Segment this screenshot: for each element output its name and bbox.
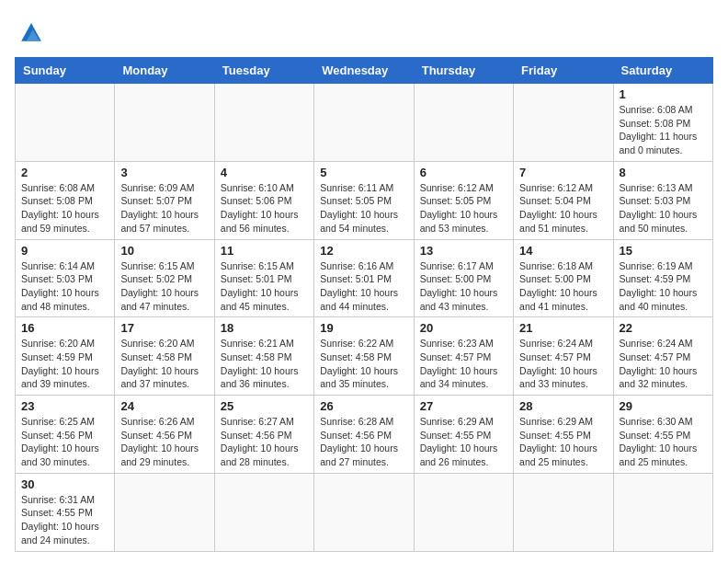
day-info: Sunrise: 6:21 AM Sunset: 4:58 PM Dayligh… <box>221 337 308 391</box>
day-number: 12 <box>320 244 407 258</box>
weekday-header-saturday: Saturday <box>613 58 712 84</box>
day-number: 17 <box>120 321 208 335</box>
day-info: Sunrise: 6:17 AM Sunset: 5:00 PM Dayligh… <box>420 259 507 314</box>
day-cell: 8Sunrise: 6:13 AM Sunset: 5:03 PM Daylig… <box>613 161 712 239</box>
day-cell: 25Sunrise: 6:27 AM Sunset: 4:56 PM Dayli… <box>214 396 313 474</box>
day-info: Sunrise: 6:12 AM Sunset: 5:04 PM Dayligh… <box>519 181 607 236</box>
day-cell: 12Sunrise: 6:16 AM Sunset: 5:01 PM Dayli… <box>314 239 414 317</box>
weekday-header-row: SundayMondayTuesdayWednesdayThursdayFrid… <box>16 58 713 84</box>
day-number: 29 <box>620 399 707 413</box>
day-cell: 22Sunrise: 6:24 AM Sunset: 4:57 PM Dayli… <box>613 317 712 396</box>
day-cell: 28Sunrise: 6:29 AM Sunset: 4:55 PM Dayli… <box>514 396 613 474</box>
day-number: 7 <box>519 166 607 179</box>
day-cell <box>613 473 712 551</box>
day-number: 23 <box>21 399 108 413</box>
page-header <box>15 15 713 48</box>
weekday-header-thursday: Thursday <box>414 58 513 84</box>
day-number: 20 <box>420 321 507 335</box>
day-cell: 30Sunrise: 6:31 AM Sunset: 4:55 PM Dayli… <box>16 473 115 551</box>
day-cell <box>414 84 513 162</box>
day-info: Sunrise: 6:11 AM Sunset: 5:05 PM Dayligh… <box>320 181 407 236</box>
day-number: 19 <box>320 321 407 335</box>
day-info: Sunrise: 6:20 AM Sunset: 4:59 PM Dayligh… <box>21 337 108 391</box>
day-number: 9 <box>21 244 108 258</box>
day-info: Sunrise: 6:26 AM Sunset: 4:56 PM Dayligh… <box>120 415 208 469</box>
day-cell: 2Sunrise: 6:08 AM Sunset: 5:08 PM Daylig… <box>16 161 115 239</box>
day-info: Sunrise: 6:23 AM Sunset: 4:57 PM Dayligh… <box>420 337 507 391</box>
day-cell <box>514 473 613 551</box>
week-row-5: 23Sunrise: 6:25 AM Sunset: 4:56 PM Dayli… <box>16 396 713 474</box>
day-number: 30 <box>21 477 108 491</box>
day-cell <box>214 84 313 162</box>
day-cell: 1Sunrise: 6:08 AM Sunset: 5:08 PM Daylig… <box>613 84 712 162</box>
day-number: 26 <box>320 399 407 413</box>
day-cell: 17Sunrise: 6:20 AM Sunset: 4:58 PM Dayli… <box>115 317 214 396</box>
day-number: 6 <box>420 166 507 179</box>
day-cell: 7Sunrise: 6:12 AM Sunset: 5:04 PM Daylig… <box>514 161 613 239</box>
day-number: 2 <box>21 166 108 179</box>
day-info: Sunrise: 6:08 AM Sunset: 5:08 PM Dayligh… <box>620 103 707 157</box>
day-cell: 15Sunrise: 6:19 AM Sunset: 4:59 PM Dayli… <box>613 239 712 317</box>
day-cell: 10Sunrise: 6:15 AM Sunset: 5:02 PM Dayli… <box>115 239 214 317</box>
day-info: Sunrise: 6:31 AM Sunset: 4:55 PM Dayligh… <box>21 493 108 547</box>
day-number: 15 <box>620 244 707 258</box>
day-cell: 27Sunrise: 6:29 AM Sunset: 4:55 PM Dayli… <box>414 396 513 474</box>
day-info: Sunrise: 6:27 AM Sunset: 4:56 PM Dayligh… <box>221 415 308 469</box>
day-cell: 9Sunrise: 6:14 AM Sunset: 5:03 PM Daylig… <box>16 239 115 317</box>
day-cell: 3Sunrise: 6:09 AM Sunset: 5:07 PM Daylig… <box>115 161 214 239</box>
day-number: 28 <box>519 399 607 413</box>
day-number: 16 <box>21 321 108 335</box>
day-info: Sunrise: 6:08 AM Sunset: 5:08 PM Dayligh… <box>21 181 108 236</box>
day-info: Sunrise: 6:09 AM Sunset: 5:07 PM Dayligh… <box>120 181 208 236</box>
day-number: 1 <box>620 87 707 101</box>
week-row-2: 2Sunrise: 6:08 AM Sunset: 5:08 PM Daylig… <box>16 161 713 239</box>
day-cell <box>16 84 115 162</box>
day-info: Sunrise: 6:19 AM Sunset: 4:59 PM Dayligh… <box>620 259 707 314</box>
day-cell: 16Sunrise: 6:20 AM Sunset: 4:59 PM Dayli… <box>16 317 115 396</box>
day-info: Sunrise: 6:18 AM Sunset: 5:00 PM Dayligh… <box>519 259 607 314</box>
day-cell: 18Sunrise: 6:21 AM Sunset: 4:58 PM Dayli… <box>214 317 313 396</box>
day-cell <box>314 84 414 162</box>
day-number: 4 <box>221 166 308 179</box>
day-cell: 24Sunrise: 6:26 AM Sunset: 4:56 PM Dayli… <box>115 396 214 474</box>
day-number: 18 <box>221 321 308 335</box>
day-number: 27 <box>420 399 507 413</box>
day-info: Sunrise: 6:22 AM Sunset: 4:58 PM Dayligh… <box>320 337 407 391</box>
day-cell: 19Sunrise: 6:22 AM Sunset: 4:58 PM Dayli… <box>314 317 414 396</box>
day-cell: 14Sunrise: 6:18 AM Sunset: 5:00 PM Dayli… <box>514 239 613 317</box>
day-info: Sunrise: 6:12 AM Sunset: 5:05 PM Dayligh… <box>420 181 507 236</box>
day-info: Sunrise: 6:15 AM Sunset: 5:02 PM Dayligh… <box>120 259 208 314</box>
day-info: Sunrise: 6:10 AM Sunset: 5:06 PM Dayligh… <box>221 181 308 236</box>
day-cell: 29Sunrise: 6:30 AM Sunset: 4:55 PM Dayli… <box>613 396 712 474</box>
logo <box>15 15 53 48</box>
calendar-table: SundayMondayTuesdayWednesdayThursdayFrid… <box>15 57 713 552</box>
day-cell <box>115 473 214 551</box>
day-info: Sunrise: 6:15 AM Sunset: 5:01 PM Dayligh… <box>221 259 308 314</box>
week-row-6: 30Sunrise: 6:31 AM Sunset: 4:55 PM Dayli… <box>16 473 713 551</box>
weekday-header-monday: Monday <box>115 58 214 84</box>
weekday-header-wednesday: Wednesday <box>314 58 414 84</box>
week-row-4: 16Sunrise: 6:20 AM Sunset: 4:59 PM Dayli… <box>16 317 713 396</box>
day-info: Sunrise: 6:24 AM Sunset: 4:57 PM Dayligh… <box>620 337 707 391</box>
day-number: 13 <box>420 244 507 258</box>
day-info: Sunrise: 6:20 AM Sunset: 4:58 PM Dayligh… <box>120 337 208 391</box>
day-info: Sunrise: 6:29 AM Sunset: 4:55 PM Dayligh… <box>519 415 607 469</box>
day-cell <box>214 473 313 551</box>
day-number: 3 <box>120 166 208 179</box>
day-cell: 6Sunrise: 6:12 AM Sunset: 5:05 PM Daylig… <box>414 161 513 239</box>
day-cell: 23Sunrise: 6:25 AM Sunset: 4:56 PM Dayli… <box>16 396 115 474</box>
day-info: Sunrise: 6:16 AM Sunset: 5:01 PM Dayligh… <box>320 259 407 314</box>
day-cell <box>414 473 513 551</box>
day-cell <box>314 473 414 551</box>
day-cell <box>115 84 214 162</box>
day-info: Sunrise: 6:24 AM Sunset: 4:57 PM Dayligh… <box>519 337 607 391</box>
day-number: 25 <box>221 399 308 413</box>
day-cell: 13Sunrise: 6:17 AM Sunset: 5:00 PM Dayli… <box>414 239 513 317</box>
day-number: 14 <box>519 244 607 258</box>
day-cell: 4Sunrise: 6:10 AM Sunset: 5:06 PM Daylig… <box>214 161 313 239</box>
day-info: Sunrise: 6:25 AM Sunset: 4:56 PM Dayligh… <box>21 415 108 469</box>
day-info: Sunrise: 6:30 AM Sunset: 4:55 PM Dayligh… <box>620 415 707 469</box>
day-number: 10 <box>120 244 208 258</box>
weekday-header-sunday: Sunday <box>16 58 115 84</box>
day-info: Sunrise: 6:13 AM Sunset: 5:03 PM Dayligh… <box>620 181 707 236</box>
